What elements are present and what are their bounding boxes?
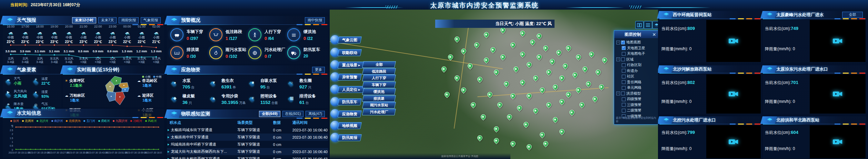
map-marker-icon[interactable] [522,120,530,128]
video-thumbnail[interactable] [706,20,761,62]
map-marker-icon[interactable] [539,131,546,138]
map-marker-icon[interactable] [558,98,566,105]
iot-table-row[interactable]: 龙城大街太榆路西侧下穿通道车辆下穿隧道0 cm2023-07-30 16:06:… [167,155,328,159]
iot-tab-1[interactable]: 全部(649) [259,111,280,117]
map-marker-icon[interactable] [483,31,490,38]
rain-bulletin-button[interactable]: 雨中快报 [305,17,325,23]
map-marker-icon[interactable] [509,92,516,99]
layers-button[interactable] [652,21,658,29]
map-marker-icon[interactable] [516,104,523,112]
warning-item[interactable]: 排洪渠0/30 [170,46,209,59]
video-thumbnail[interactable] [810,20,866,62]
supply-item[interactable]: ▦排涝设备61台 [287,93,326,105]
hydro-legend-item[interactable]: 冶峪河 [130,119,142,123]
video-thumbnail[interactable] [810,74,866,114]
map-marker-icon[interactable] [476,134,483,141]
supply-item[interactable]: ▼救生衣6391件 [209,78,248,90]
scene-submenu-1[interactable]: 全部 [362,61,396,68]
map-marker-icon[interactable] [578,101,585,108]
district-map[interactable] [95,75,136,107]
layer-checkbox[interactable] [621,41,625,44]
supply-item[interactable]: ◆橡皮艇36只 [170,93,209,105]
weather-tab-2[interactable]: 未来7天 [98,17,117,23]
map-marker-icon[interactable] [453,35,461,43]
iot-table-row[interactable]: 龙城大街与太榆路西侧西向东下...车辆下穿隧道0 cm2023-07-30 16… [167,148,328,155]
map-marker-icon[interactable] [496,101,503,108]
map-button-8[interactable]: 地铁视频 [330,121,361,130]
layer-checkbox[interactable] [622,109,626,113]
layer-tree-item[interactable]: 责任网格 [616,80,658,85]
map-marker-icon[interactable] [519,50,526,57]
scene-submenu-8[interactable]: 污水处理厂 [362,109,396,115]
map-button-2[interactable]: 联勤联动 [330,48,361,57]
map-marker-icon[interactable] [493,125,500,132]
hydro-legend-item[interactable]: 风峪河 [145,119,157,123]
map-marker-icon[interactable] [502,80,510,87]
map-marker-icon[interactable] [519,79,526,86]
weather-tab-1[interactable]: 未来12小时 [72,17,96,23]
map-button-6[interactable]: 防汛泵车 [330,97,361,106]
layer-tree-item[interactable]: 社区 [616,74,658,80]
map-marker-icon[interactable] [601,56,608,64]
map-marker-icon[interactable] [506,113,513,120]
map-marker-icon[interactable] [568,109,576,116]
hydro-legend-item[interactable]: 玉门河 [83,119,95,123]
scene-submenu-4[interactable]: 车辆下穿 [362,82,396,88]
map-button-3[interactable]: 重点场景 ▸ [330,60,364,70]
hydro-legend-item[interactable]: 南沙河 [51,119,63,123]
weather-tab-4[interactable]: 气象简报 [141,17,161,23]
map-marker-icon[interactable] [470,101,477,108]
layer-checkbox[interactable] [622,86,626,90]
map-marker-icon[interactable] [552,116,559,123]
map-marker-icon[interactable] [542,44,549,52]
map-marker-icon[interactable] [460,47,467,55]
layer-checkbox[interactable] [622,63,626,67]
hydro-legend-item[interactable]: 北沙河 [37,119,48,123]
map-marker-icon[interactable] [555,49,562,56]
map-marker-icon[interactable] [512,65,520,73]
scene-submenu-2[interactable]: 低洼路段 [362,68,396,75]
layer-tree-item[interactable]: −洪涝模型 [616,91,658,97]
map-marker-icon[interactable] [493,137,500,144]
map-marker-icon[interactable] [558,74,566,82]
map-marker-icon[interactable] [460,86,467,94]
hydro-legend-item[interactable]: 北排洪沟 [66,119,80,123]
video-thumbnail[interactable] [706,125,761,158]
map-marker-icon[interactable] [440,65,448,73]
map-marker-icon[interactable] [480,113,487,120]
layer-tree-item[interactable]: 单元网格 [616,85,658,91]
iot-tab-3[interactable]: 离线(47) [306,111,325,117]
map-marker-icon[interactable] [549,58,556,65]
layer-checkbox[interactable] [622,52,626,56]
expander-icon[interactable]: − [616,92,620,95]
map-canvas[interactable]: 当日天气: 小雨 温度: 22℃ 风 图层控制 ✕ −地图底图天地图卫星天地图电… [330,10,658,159]
supply-item[interactable]: ■自吸水泵95台 [248,78,287,90]
map-marker-icon[interactable] [473,41,480,49]
scene-submenu-6[interactable]: 排洪渠 [362,95,396,102]
layer-tree-item[interactable]: −区域 [616,57,658,63]
map-marker-icon[interactable] [588,50,595,57]
layer-checkbox[interactable] [622,97,626,101]
map-marker-icon[interactable] [483,56,490,64]
layer-tree-item[interactable]: −地图底图 [616,40,658,45]
weather-tab-3[interactable]: 雨前快报 [119,17,139,23]
map-button-4[interactable]: 异常预警 [330,72,361,82]
map-marker-icon[interactable] [598,83,605,91]
map-marker-icon[interactable] [532,107,539,114]
map-marker-icon[interactable] [509,41,516,49]
map-marker-icon[interactable] [493,68,500,75]
supply-item[interactable]: ●水泵705台 [170,78,209,90]
map-marker-icon[interactable] [545,68,552,75]
supply-item[interactable]: ☀照明设备1152台套 [248,93,287,105]
layer-tree-item[interactable]: 天地图电子 [616,51,658,57]
layer-checkbox[interactable] [622,69,626,73]
map-marker-icon[interactable] [552,83,559,91]
scene-submenu-7[interactable]: 雨污水泵站 [362,102,396,108]
layer-tree-item[interactable]: 三级预警 [616,102,658,108]
layer-checkbox[interactable] [622,80,626,84]
layer-checkbox[interactable] [622,46,626,50]
layer-checkbox[interactable] [622,75,626,78]
map-button-5[interactable]: 人员定位 ▸ [330,85,364,94]
layer-tree-item[interactable]: 天地图卫星 [616,45,658,51]
video-thumbnail[interactable] [810,125,866,158]
